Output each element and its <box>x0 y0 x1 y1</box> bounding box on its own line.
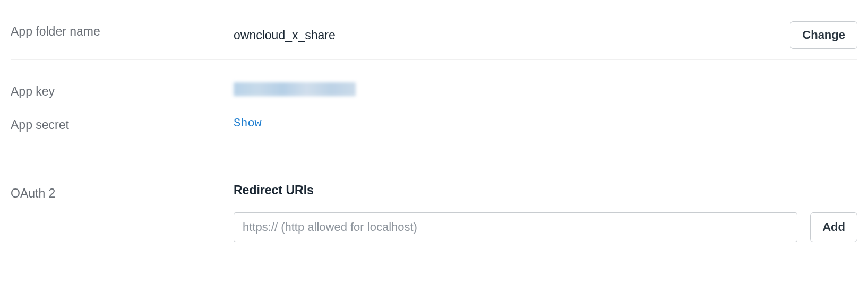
app-secret-label: App secret <box>11 115 234 132</box>
add-button[interactable]: Add <box>810 212 857 242</box>
keys-section: App key App secret Show <box>11 60 857 159</box>
oauth-section: OAuth 2 Redirect URIs Add <box>11 159 857 258</box>
redirect-uri-input[interactable] <box>234 212 797 242</box>
app-secret-row: App secret Show <box>11 115 857 132</box>
oauth-label: OAuth 2 <box>11 183 234 201</box>
app-secret-value: Show <box>234 117 262 130</box>
app-key-blurred-value <box>234 82 356 96</box>
app-key-value <box>234 82 356 98</box>
app-key-label: App key <box>11 81 234 99</box>
app-folder-row: App folder name owncloud_x_share Change <box>11 11 857 60</box>
app-folder-label: App folder name <box>11 21 234 39</box>
app-folder-value-col: owncloud_x_share Change <box>234 21 857 49</box>
oauth-row: OAuth 2 Redirect URIs Add <box>11 183 857 242</box>
redirect-uris-heading: Redirect URIs <box>234 183 857 198</box>
uri-input-row: Add <box>234 212 857 242</box>
show-secret-link[interactable]: Show <box>234 117 262 130</box>
app-folder-value: owncloud_x_share <box>234 28 336 42</box>
app-key-row: App key <box>11 81 857 99</box>
oauth-content: Redirect URIs Add <box>234 183 857 242</box>
change-button[interactable]: Change <box>790 21 857 49</box>
